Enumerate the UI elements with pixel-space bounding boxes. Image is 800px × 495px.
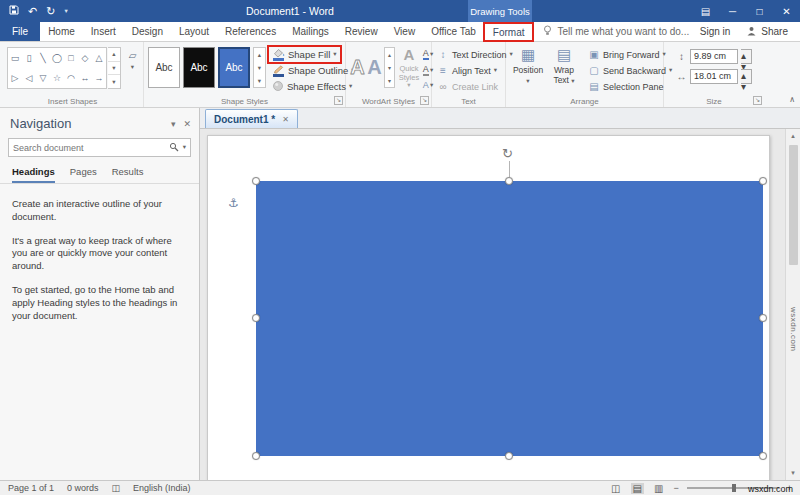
resize-handle-ne[interactable] (759, 177, 767, 185)
tab-file[interactable]: File (0, 22, 40, 41)
gallery-down-icon[interactable]: ▾ (254, 61, 265, 74)
resize-handle-s[interactable] (505, 452, 513, 460)
wrap-text-button[interactable]: ▤ Wrap Text ▾ (548, 46, 580, 102)
dialog-launcher-icon[interactable]: ↘ (334, 96, 343, 105)
read-mode-icon[interactable]: ◫ (609, 483, 622, 494)
shape-icon[interactable]: → (92, 68, 106, 88)
share-button[interactable]: Share (746, 26, 788, 38)
shape-style-swatch-2[interactable]: Abc (183, 47, 215, 88)
tab-format[interactable]: Format (484, 22, 534, 42)
close-tab-icon[interactable]: ✕ (282, 115, 289, 124)
tab-layout[interactable]: Layout (171, 22, 217, 41)
tab-review[interactable]: Review (337, 22, 386, 41)
scroll-down-icon[interactable]: ▾ (791, 466, 795, 480)
shape-fill-button[interactable]: Shape Fill ▾ (270, 47, 339, 62)
document-canvas[interactable]: ⚓ ↻ ▴ ▾ wsxdn.com (200, 129, 800, 480)
tab-pages[interactable]: Pages (70, 166, 97, 183)
rotate-handle-icon[interactable]: ↻ (502, 146, 513, 161)
selection-pane-button[interactable]: ▤ Selection Pane (586, 79, 666, 94)
bring-forward-button[interactable]: ▣ Bring Forward ▾ (586, 47, 668, 62)
position-button[interactable]: ▦ Position ▾ (512, 46, 544, 102)
gallery-down-icon[interactable]: ▾ (108, 61, 120, 75)
dialog-launcher-icon[interactable]: ↘ (420, 96, 429, 105)
shape-icon[interactable]: ↔ (78, 68, 92, 88)
shape-icon[interactable]: ▭ (8, 48, 22, 68)
proofing-book-icon[interactable]: ◫ (112, 483, 121, 493)
gallery-up-icon[interactable]: ▴ (108, 48, 120, 61)
search-input[interactable] (13, 143, 165, 153)
gallery-up-icon[interactable]: ▴ (385, 48, 394, 61)
wordart-style-outline[interactable]: A (349, 47, 366, 88)
resize-handle-se[interactable] (759, 452, 767, 460)
language-indicator[interactable]: English (India) (133, 483, 191, 493)
stepper-up-icon[interactable]: ▴ (741, 70, 751, 81)
resize-handle-nw[interactable] (252, 177, 260, 185)
shape-style-swatch-1[interactable]: Abc (148, 47, 180, 88)
page-indicator[interactable]: Page 1 of 1 (8, 483, 54, 493)
gallery-up-icon[interactable]: ▴ (254, 48, 265, 61)
height-stepper[interactable]: ▴ ▾ (741, 49, 752, 64)
save-icon[interactable] (9, 5, 19, 17)
shape-height-input[interactable] (690, 49, 738, 64)
collapse-ribbon-icon[interactable]: ∧ (789, 95, 795, 104)
shape-icon[interactable]: ▽ (36, 68, 50, 88)
shape-effects-button[interactable]: Shape Effects ▾ (270, 79, 354, 94)
stepper-down-icon[interactable]: ▾ (741, 81, 751, 92)
resize-handle-n[interactable] (505, 177, 513, 185)
gallery-down-icon[interactable]: ▾ (385, 61, 394, 74)
shape-icon[interactable]: ╲ (36, 48, 50, 68)
gallery-more-icon[interactable]: ▾ (385, 74, 394, 87)
tab-design[interactable]: Design (124, 22, 171, 41)
tab-headings[interactable]: Headings (12, 166, 55, 183)
close-icon[interactable]: ✕ (773, 0, 800, 22)
scrollbar-thumb[interactable] (789, 145, 798, 265)
document-tab[interactable]: Document1 * ✕ (205, 109, 298, 128)
shape-icon[interactable]: ☆ (50, 68, 64, 88)
tab-mailings[interactable]: Mailings (284, 22, 337, 41)
shape-icon[interactable]: ◯ (50, 48, 64, 68)
close-pane-icon[interactable]: ✕ (183, 119, 191, 129)
width-stepper[interactable]: ▴ ▾ (741, 69, 752, 84)
shape-outline-button[interactable]: Shape Outline ▾ (270, 63, 356, 78)
undo-icon[interactable]: ↶ (28, 6, 37, 17)
sign-in-link[interactable]: Sign in (700, 26, 731, 37)
minimize-icon[interactable]: ─ (719, 0, 746, 22)
tab-references[interactable]: References (217, 22, 284, 41)
shape-icon[interactable]: ◇ (78, 48, 92, 68)
text-direction-button[interactable]: ↕ Text Direction ▾ (435, 47, 515, 62)
web-layout-icon[interactable]: ▥ (652, 483, 665, 494)
shape-icon[interactable]: ▯ (22, 48, 36, 68)
edit-shape-button[interactable]: ▱ ▾ (125, 50, 140, 86)
print-layout-icon[interactable]: ▤ (631, 483, 644, 494)
send-backward-button[interactable]: ▢ Send Backward ▾ (586, 63, 674, 78)
zoom-out-icon[interactable]: − (673, 483, 678, 493)
align-text-button[interactable]: ≡ Align Text ▾ (435, 63, 499, 78)
tab-results[interactable]: Results (112, 166, 144, 183)
shape-icon[interactable]: □ (64, 48, 78, 68)
shape-style-swatch-3-selected[interactable]: Abc (218, 47, 250, 88)
shape-icon[interactable]: ▷ (8, 68, 22, 88)
gallery-more-icon[interactable]: ▾ (108, 74, 120, 88)
word-count[interactable]: 0 words (67, 483, 99, 493)
shape-icon[interactable]: △ (92, 48, 106, 68)
tab-office-tab[interactable]: Office Tab (423, 22, 484, 41)
quick-styles-button[interactable]: A Quick Styles ▾ (397, 46, 421, 100)
customize-qat-icon[interactable]: ▾ (64, 8, 67, 15)
scroll-up-icon[interactable]: ▴ (791, 129, 795, 143)
resize-handle-w[interactable] (252, 314, 260, 322)
dialog-launcher-icon[interactable]: ↘ (753, 96, 762, 105)
pane-options-icon[interactable]: ▾ (171, 119, 176, 129)
zoom-slider-thumb[interactable] (732, 484, 736, 492)
wordart-style-fill[interactable]: A (366, 47, 383, 88)
search-icon[interactable] (169, 142, 179, 154)
shape-icon[interactable]: ◁ (22, 68, 36, 88)
tab-view[interactable]: View (386, 22, 424, 41)
redo-icon[interactable]: ↻ (46, 6, 55, 17)
shapes-gallery[interactable]: ▭ ▯ ╲ ◯ □ ◇ △ ▷ ◁ ▽ ☆ ◠ ↔ → (7, 47, 107, 89)
stepper-up-icon[interactable]: ▴ (741, 50, 751, 61)
selected-rectangle-shape[interactable] (256, 181, 763, 456)
resize-handle-e[interactable] (759, 314, 767, 322)
document-page[interactable]: ⚓ ↻ (207, 135, 770, 480)
tab-home[interactable]: Home (40, 22, 83, 41)
shape-icon[interactable]: ◠ (64, 68, 78, 88)
